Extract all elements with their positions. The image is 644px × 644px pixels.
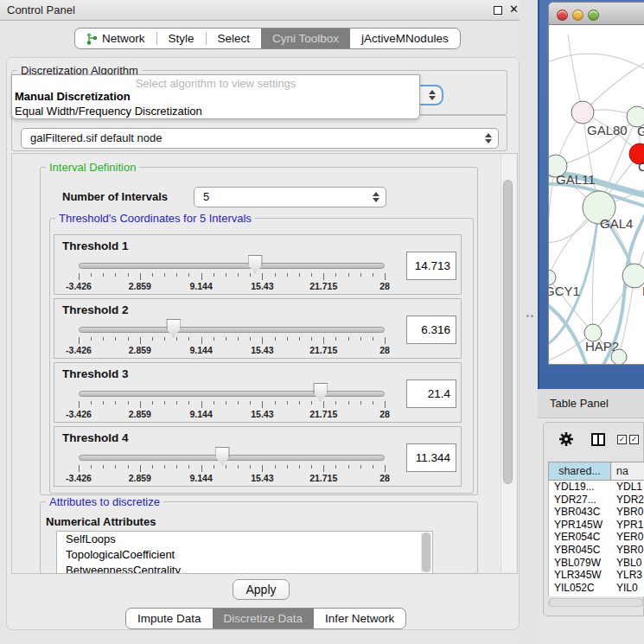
attribute-list-item[interactable]: SelfLoops [57,532,432,547]
column-header-shared[interactable]: shared... [549,462,611,480]
column-header-name[interactable]: na [612,462,644,480]
table-row[interactable]: YLR345WYLR3 [549,569,644,582]
cell-shared-name[interactable]: YBR045C [554,544,600,557]
slider-ticks [79,273,385,281]
zoom-button[interactable] [588,10,599,21]
checkbox-icon[interactable]: ✓ [617,435,627,444]
network-window-titlebar[interactable] [549,3,644,25]
tab-infer-network[interactable]: Infer Network [314,609,405,628]
combo-arrows-icon [485,133,492,143]
cell-name[interactable]: YBL0 [616,557,641,570]
list-scrollbar-thumb[interactable] [422,532,430,572]
slider-track[interactable] [79,327,385,333]
settings-gear-icon[interactable] [558,431,574,447]
network-canvas[interactable]: GAL80GCGAL11GAL4GCY1HHAP2 [549,26,644,365]
apply-button[interactable]: Apply [233,579,290,600]
network-node-H-node[interactable] [622,264,644,288]
cell-name[interactable]: YER0 [616,531,643,544]
node-label-red-node: C [638,159,644,174]
close-button[interactable] [557,10,568,21]
attribute-list-item[interactable]: BetweennessCentrality [57,563,432,574]
tab-label: Select [218,32,251,45]
cell-shared-name[interactable]: YBR043C [554,506,600,519]
cell-shared-name[interactable]: YBL079W [554,557,601,570]
slider-ticks [79,401,385,409]
axis-tick-label: -3.426 [66,281,92,291]
number-of-intervals-combobox[interactable]: 5 [194,187,386,207]
tab-network[interactable]: Network [75,29,156,48]
slider-thumb[interactable] [215,447,230,465]
cell-shared-name[interactable]: YDR27... [554,494,596,507]
popup-hint: Select algorithm to view settings [12,77,419,90]
tab-jactivemnodules[interactable]: jActiveMNodules [350,29,460,48]
table-header-row: shared... na [548,462,644,481]
table-row[interactable]: YER054CYER0 [549,531,644,544]
network-edge[interactable] [549,54,644,73]
network-edge-thick[interactable] [549,301,587,365]
network-node-GAL80[interactable] [571,101,594,124]
panel-divider[interactable] [520,0,538,644]
cell-shared-name[interactable]: YLR345W [554,569,602,582]
slider-track[interactable] [79,391,385,397]
vertical-scrollbar-thumb[interactable] [503,180,513,484]
tab-style[interactable]: Style [157,29,206,48]
horizontal-scrollbar[interactable] [548,598,644,607]
slider-thumb[interactable] [248,255,263,273]
table-body[interactable]: YDL19...YDL1YDR27...YDR2YBR043CYBR0YPR14… [548,481,644,596]
axis-tick-label: 15.43 [251,409,273,419]
table-data-combobox[interactable]: galFiltered.sif default node [21,128,499,149]
tab-label: jActiveMNodules [361,32,449,45]
network-tree-icon [86,33,98,45]
axis-tick-label: 9.144 [189,345,212,355]
popup-option[interactable]: Manual Discretization [15,90,131,103]
attribute-list-item[interactable]: TopologicalCoefficient [57,547,432,563]
cell-name[interactable]: YBR0 [616,506,643,519]
table-row[interactable]: YDR27...YDR2 [549,494,644,507]
cell-name[interactable]: YDR2 [616,494,644,507]
table-row[interactable]: YIL052CYIL0 [549,582,644,595]
network-node-node-bottom[interactable] [611,349,627,365]
checkbox-icon[interactable]: ✓ [629,435,639,444]
cell-name[interactable]: YDL1 [616,481,642,494]
cell-shared-name[interactable]: YDL19... [554,481,595,494]
axis-tick-label: 28 [379,345,390,355]
slider-track[interactable] [79,263,385,269]
cell-shared-name[interactable]: YIL052C [554,582,595,595]
slider-thumb[interactable] [313,383,328,401]
table-row[interactable]: YDL19...YDL1 [549,481,644,494]
node-label-GCY1: GCY1 [549,284,580,298]
cell-name[interactable]: YBR0 [616,544,643,557]
cell-shared-name[interactable]: YPR145W [554,519,603,532]
threshold-value-field[interactable]: 6.316 [406,316,456,344]
node-label-GAL80: GAL80 [587,123,628,137]
tab-cyni-toolbox[interactable]: Cyni Toolbox [261,29,350,48]
table-row[interactable]: YBL079WYBL0 [549,557,644,570]
cell-shared-name[interactable]: YER054C [554,531,600,544]
table-row[interactable]: YPR145WYPR1 [549,519,644,532]
slider-track[interactable] [79,455,385,461]
table-row[interactable]: YBR043CYBR0 [549,506,644,519]
tab-select[interactable]: Select [207,29,262,48]
tab-impute-data[interactable]: Impute Data [126,609,213,628]
table-row[interactable]: YBR045CYBR0 [549,544,644,557]
network-edge[interactable] [568,35,583,112]
threshold-label: Threshold 2 [62,303,129,316]
close-icon[interactable]: ✕ [509,3,519,16]
attributes-list[interactable]: SelfLoopsTopologicalCoefficientBetweenne… [56,531,433,574]
minimize-button[interactable] [572,10,583,21]
tab-discretize-data[interactable]: Discretize Data [213,609,315,628]
network-edge[interactable] [583,59,644,112]
column-split-icon[interactable] [591,433,605,446]
threshold-value-field[interactable]: 11.344 [406,443,456,472]
cell-name[interactable]: YLR3 [616,569,642,582]
threshold-value-field[interactable]: 21.4 [406,379,456,408]
cell-name[interactable]: YPR1 [616,519,643,532]
list-scrollbar[interactable] [421,532,431,572]
cell-name[interactable]: YIL0 [616,582,638,595]
float-window-icon[interactable] [494,6,502,15]
horizontal-scrollbar-thumb[interactable] [550,599,642,606]
threshold-value-field[interactable]: 14.713 [406,252,456,280]
slider-thumb[interactable] [166,319,181,337]
slider-ticks [79,465,385,473]
popup-option[interactable]: Equal Width/Frequency Discretization [15,105,202,118]
